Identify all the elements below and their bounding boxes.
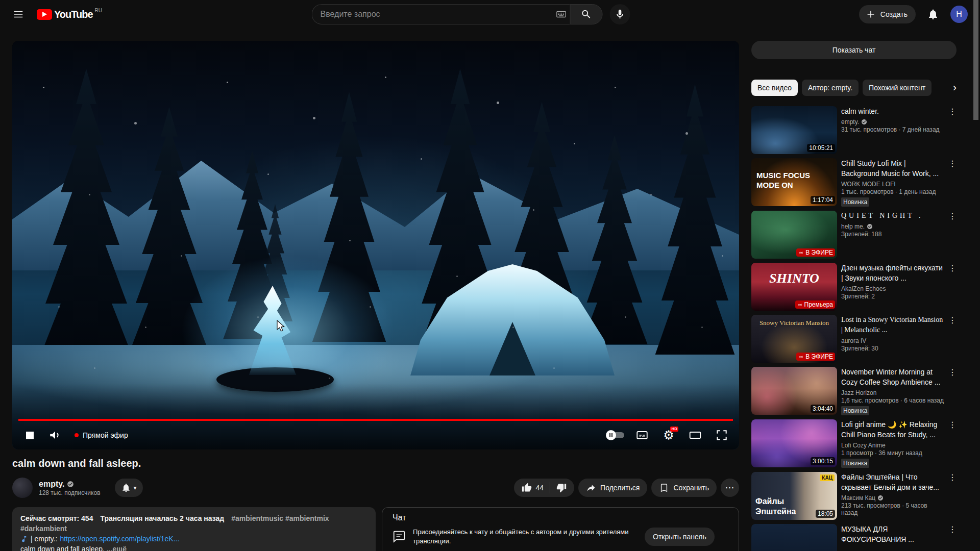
autoplay-toggle[interactable]: [604, 424, 627, 446]
video-menu-button[interactable]: ⋮: [946, 523, 959, 535]
video-title[interactable]: November Winter Morning at Cozy Coffee S…: [841, 367, 945, 387]
video-title[interactable]: Chill Study Lofi Mix | Background Music …: [841, 158, 945, 179]
search-input-wrap[interactable]: [312, 4, 570, 24]
video-meta: 31 тыс. просмотров · 7 дней назад: [841, 126, 945, 133]
notifications-button[interactable]: [923, 4, 943, 24]
search-input[interactable]: [321, 10, 552, 19]
spotify-link[interactable]: https://open.spotify.com/playlist/1eK...: [60, 534, 179, 544]
theater-mode-button[interactable]: [684, 424, 706, 446]
video-menu-button[interactable]: ⋮: [946, 471, 959, 483]
scrollbar[interactable]: [973, 0, 978, 120]
voice-search-button[interactable]: [610, 4, 630, 24]
menu-button[interactable]: [8, 4, 29, 24]
bell-icon: [121, 483, 131, 493]
description-box[interactable]: Сейчас смотрят: 454Трансляция началась 2…: [12, 507, 376, 551]
thumbnail-logo: КАЦ: [820, 474, 835, 481]
artist-line: | empty.:: [31, 534, 57, 544]
youtube-logo[interactable]: YouTube RU: [37, 9, 102, 20]
subtitles-button[interactable]: [631, 424, 653, 446]
volume-button[interactable]: [44, 424, 66, 446]
channel-name[interactable]: Lofi Cozy Anime: [841, 442, 886, 449]
video-menu-button[interactable]: ⋮: [946, 157, 959, 169]
description-tail: calm down and fall asleep.: [20, 545, 105, 551]
sidebar-video-row[interactable]: 3:00:15 Lofi girl anime 🌙 ✨ Relaxing Chi…: [751, 419, 957, 468]
video-player[interactable]: Прямой эфир ⚙ HD: [12, 41, 739, 449]
video-thumbnail[interactable]: Snowy Victorian Mansion В ЭФИРЕ: [751, 315, 837, 363]
video-menu-button[interactable]: ⋮: [946, 366, 959, 378]
save-button[interactable]: Сохранить: [651, 479, 717, 497]
sidebar-video-row[interactable]: 10:05:21 calm winter. empty. 31 тыс. про…: [751, 106, 957, 154]
live-label: Прямой эфир: [83, 431, 128, 439]
music-note-icon: [20, 535, 28, 543]
channel-name[interactable]: empty.: [39, 480, 64, 489]
video-thumbnail[interactable]: В ЭФИРЕ: [751, 211, 837, 259]
video-title[interactable]: Дзен музыка флейты сякухати | Звуки япон…: [841, 263, 945, 283]
live-indicator[interactable]: Прямой эфир: [69, 431, 133, 439]
video-menu-button[interactable]: ⋮: [946, 210, 959, 222]
video-title[interactable]: Lofi girl anime 🌙 ✨ Relaxing Chill Piano…: [841, 419, 945, 440]
video-thumbnail[interactable]: MUSIC FOCUS MODE ON 1:17:04: [751, 158, 837, 206]
chip-related[interactable]: Похожий контент: [863, 80, 932, 96]
video-thumbnail[interactable]: Файлы Эпштейна КАЦ 18:05: [751, 472, 837, 520]
show-more-link[interactable]: ...ещё: [107, 545, 127, 551]
keyboard-icon[interactable]: [556, 9, 567, 20]
settings-button[interactable]: ⚙ HD: [657, 424, 680, 446]
chip-from-author[interactable]: Автор: empty.: [802, 80, 859, 96]
video-title[interactable]: calm winter.: [841, 106, 945, 116]
channel-name[interactable]: empty.: [841, 118, 859, 126]
search-icon: [581, 9, 592, 20]
duration-badge: 10:05:21: [807, 144, 835, 152]
thumbnail-text: Файлы Эпштейна: [755, 496, 802, 517]
duration-badge: 18:05: [816, 510, 835, 518]
channel-name[interactable]: AkaiZen Echoes: [841, 285, 886, 292]
video-menu-button[interactable]: ⋮: [946, 418, 959, 431]
sidebar-video-row[interactable]: МУЗЫКА ДЛЯ ФОКУСИРОВАНИЯ ... ⋮: [751, 524, 957, 551]
show-chat-button[interactable]: Показать чат: [751, 41, 957, 59]
live-badge: В ЭФИРЕ: [796, 248, 835, 257]
stop-button[interactable]: [18, 424, 41, 446]
sidebar-video-row[interactable]: В ЭФИРЕ QUIET NIGHT . help me. Зрителей:…: [751, 211, 957, 259]
video-title[interactable]: МУЗЫКА ДЛЯ ФОКУСИРОВАНИЯ ...: [841, 524, 945, 544]
video-thumbnail[interactable]: 3:00:15: [751, 419, 837, 467]
video-title: calm down and fall asleep.: [12, 458, 739, 469]
more-actions-button[interactable]: ⋯: [721, 479, 739, 497]
plus-icon: [865, 9, 876, 20]
progress-bar[interactable]: [18, 419, 733, 421]
channel-avatar[interactable]: [12, 478, 33, 498]
create-button[interactable]: Создать: [859, 5, 916, 23]
sidebar-video-row[interactable]: Файлы Эпштейна КАЦ 18:05 Файлы Эпштейна …: [751, 472, 957, 520]
sidebar-video-row[interactable]: MUSIC FOCUS MODE ON 1:17:04 Chill Study …: [751, 158, 957, 207]
video-menu-button[interactable]: ⋮: [946, 262, 959, 274]
video-menu-button[interactable]: ⋮: [946, 314, 959, 326]
channel-name[interactable]: Jazz Horizon: [841, 389, 876, 396]
verified-icon: [861, 119, 867, 125]
video-title[interactable]: Lost in a Snowy Victorian Mansion | Mela…: [841, 315, 945, 335]
channel-name[interactable]: aurora IV: [841, 337, 866, 344]
sidebar-video-row[interactable]: SHINTO Премьера Дзен музыка флейты сякух…: [751, 263, 957, 311]
video-thumbnail[interactable]: 10:05:21: [751, 106, 837, 154]
share-button[interactable]: Поделиться: [578, 479, 647, 497]
account-avatar[interactable]: H: [950, 6, 968, 23]
sidebar-video-row[interactable]: 3:04:40 November Winter Morning at Cozy …: [751, 367, 957, 415]
verified-icon: [867, 223, 873, 230]
chip-all-videos[interactable]: Все видео: [751, 80, 798, 96]
chips-next-button[interactable]: ›: [931, 80, 957, 96]
channel-name[interactable]: WORK MODE LOFI: [841, 181, 896, 188]
open-chat-panel-button[interactable]: Открыть панель: [645, 528, 715, 546]
video-thumbnail[interactable]: SHINTO Премьера: [751, 263, 837, 311]
subscription-bell-button[interactable]: ▾: [115, 479, 143, 497]
share-icon: [586, 483, 596, 493]
dislike-button[interactable]: [550, 479, 574, 497]
video-thumbnail[interactable]: [751, 524, 837, 551]
like-button[interactable]: 44: [514, 479, 550, 497]
autoplay-knob: [606, 430, 616, 440]
channel-name[interactable]: Максим Кац: [841, 494, 875, 502]
video-title[interactable]: QUIET NIGHT .: [841, 211, 945, 221]
fullscreen-button[interactable]: [710, 424, 733, 446]
channel-name[interactable]: help me.: [841, 223, 865, 230]
search-button[interactable]: [570, 4, 603, 24]
video-title[interactable]: Файлы Эпштейна | Что скрывает Белый дом …: [841, 472, 945, 492]
sidebar-video-row[interactable]: Snowy Victorian Mansion В ЭФИРЕ Lost in …: [751, 315, 957, 363]
video-menu-button[interactable]: ⋮: [946, 105, 959, 117]
video-thumbnail[interactable]: 3:04:40: [751, 367, 837, 415]
